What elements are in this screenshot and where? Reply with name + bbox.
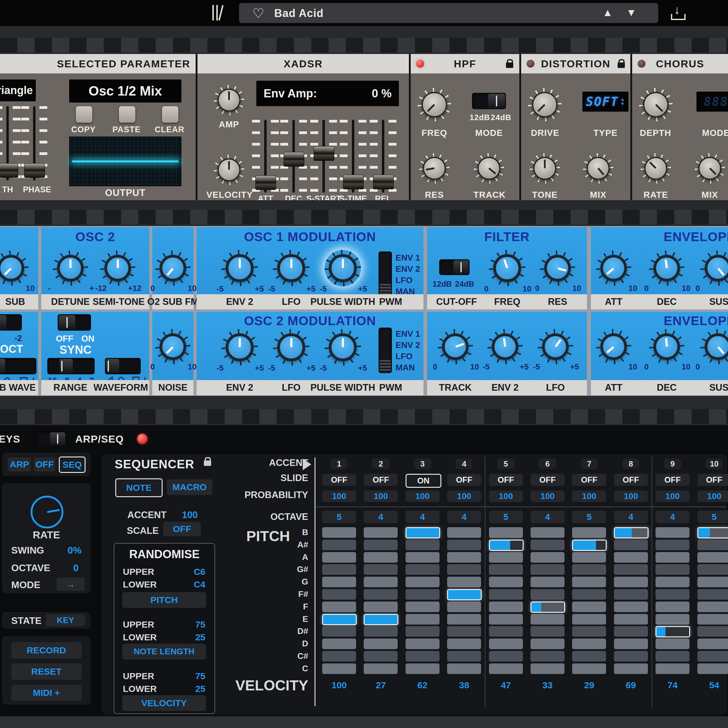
slide-toggle[interactable]: OFF [614, 474, 648, 486]
pitch-cell-Ds-step-9[interactable] [656, 626, 690, 637]
filter-env2-knob[interactable]: -5 +5 [488, 329, 523, 364]
pitch-cell-Ds-step-4[interactable] [447, 626, 481, 637]
pitch-cell-F-step-7[interactable] [572, 601, 606, 612]
pitch-cell-C-step-3[interactable] [405, 664, 439, 674]
pitch-cell-F-step-4[interactable] [447, 601, 481, 612]
velocity-value[interactable]: 100 [320, 680, 359, 690]
pitch-cell-B-step-2[interactable] [364, 527, 398, 538]
pitch-cell-G-step-10[interactable] [697, 577, 728, 587]
pitch-cell-E-step-3[interactable] [405, 614, 439, 624]
preset-browser-field[interactable]: ♡ Bad Acid ▲ ▼ [239, 3, 658, 23]
probability-value[interactable]: 100 [572, 491, 606, 502]
octave-value[interactable]: 5 [322, 511, 356, 523]
pitch-cell-Cs-step-3[interactable] [405, 651, 439, 662]
pitch-cell-B-step-6[interactable] [531, 527, 564, 538]
pitch-cell-Cs-step-10[interactable] [697, 651, 728, 662]
distortion-mix-knob[interactable] [583, 153, 613, 184]
pitch-cell-G-step-4[interactable] [447, 577, 481, 587]
pitch-cell-As-step-3[interactable] [405, 540, 439, 550]
pitch-cell-Fs-step-7[interactable] [572, 589, 606, 600]
filter-cutoff-mode-switch[interactable] [439, 259, 470, 275]
probability-value[interactable]: 100 [322, 491, 356, 502]
slide-toggle[interactable]: OFF [447, 474, 481, 486]
chorus-mode-lcd[interactable]: 888 2 ▲▼ [696, 92, 728, 112]
pitch-cell-A-step-9[interactable] [656, 552, 690, 563]
pitch-cell-F-step-3[interactable] [405, 601, 439, 612]
octave-value[interactable]: 5 [697, 511, 728, 523]
pitch-cell-C-step-5[interactable] [489, 664, 523, 674]
sync-switch[interactable] [58, 314, 91, 330]
osc1-sub-knob[interactable]: 10 [0, 251, 29, 286]
pitch-cell-G-step-9[interactable] [656, 577, 690, 587]
pitch-cell-Ds-step-6[interactable] [531, 626, 564, 637]
slide-toggle[interactable]: OFF [364, 474, 398, 486]
octave-value[interactable]: 5 [489, 511, 523, 523]
pitch-cell-A-step-4[interactable] [447, 552, 481, 563]
xadsr-slider-att[interactable] [252, 120, 279, 193]
pitch-cell-As-step-4[interactable] [447, 540, 481, 550]
pitch-cell-Fs-step-9[interactable] [656, 589, 690, 600]
xadsr-slider-s-start[interactable] [310, 120, 337, 193]
pitch-cell-A-step-5[interactable] [489, 552, 523, 563]
pitch-cell-Cs-step-4[interactable] [447, 651, 481, 662]
pitch-cell-Fs-step-2[interactable] [364, 589, 398, 600]
osc2-semitone-knob[interactable]: -12 +12 [100, 251, 135, 286]
pitch-cell-F-step-1[interactable] [322, 601, 356, 612]
pitch-cell-F-step-9[interactable] [656, 601, 690, 612]
oct-switch[interactable] [0, 314, 22, 330]
chorus-mix-knob[interactable] [694, 153, 725, 184]
pitch-cell-F-step-10[interactable] [697, 601, 728, 612]
env1-dec-knob[interactable]: 0 10 [649, 251, 684, 286]
pitch-cell-E-step-2[interactable] [364, 614, 398, 625]
pitch-cell-D-step-8[interactable] [614, 639, 648, 649]
chorus-depth-knob[interactable] [639, 88, 673, 121]
velocity-value[interactable]: 69 [611, 680, 651, 690]
slide-toggle[interactable]: ON [405, 474, 441, 488]
probability-value[interactable]: 100 [656, 491, 690, 502]
pitch-cell-As-step-9[interactable] [656, 540, 690, 550]
keys-arpseq-switch[interactable] [36, 431, 66, 447]
pitch-cell-As-step-1[interactable] [322, 540, 356, 550]
probability-value[interactable]: 100 [614, 491, 648, 502]
pitch-cell-As-step-7[interactable] [572, 540, 607, 551]
pitch-cell-E-step-8[interactable] [614, 614, 648, 624]
pitch-cell-Cs-step-7[interactable] [572, 651, 606, 662]
osc1-mod-env2-knob[interactable]: -5 +5 [222, 250, 258, 286]
slide-toggle[interactable]: OFF [322, 474, 356, 486]
osc2-pwm-slider[interactable] [379, 327, 392, 373]
library-icon[interactable] [213, 5, 224, 22]
download-icon[interactable]: ↓ [671, 5, 685, 20]
pitch-cell-C-step-10[interactable] [697, 664, 728, 674]
sub-wave-slider[interactable] [0, 358, 37, 374]
pitch-cell-Ds-step-10[interactable] [697, 626, 728, 637]
osc2-mod-env2-knob[interactable]: -5 +5 [222, 329, 258, 366]
filter-freq-knob[interactable]: 0 10 [489, 250, 525, 286]
pitch-cell-G-step-5[interactable] [489, 577, 523, 587]
slide-toggle[interactable]: OFF [697, 474, 728, 486]
pitch-cell-D-step-2[interactable] [364, 639, 398, 649]
velocity-value[interactable]: 54 [694, 680, 728, 690]
distortion-drive-knob[interactable] [528, 88, 561, 121]
velocity-value[interactable]: 33 [528, 680, 567, 690]
pitch-cell-E-step-9[interactable] [656, 614, 690, 624]
pitch-cell-Ds-step-1[interactable] [322, 626, 356, 637]
hpf-track-knob[interactable] [474, 153, 504, 184]
pitch-cell-E-step-10[interactable] [697, 614, 728, 624]
octave-value[interactable]: 4 [405, 511, 439, 523]
noise-knob[interactable]: 0 10 [155, 329, 191, 364]
pitch-cell-F-step-5[interactable] [489, 601, 523, 612]
pitch-cell-E-step-5[interactable] [489, 614, 523, 624]
velocity-value[interactable]: 74 [653, 680, 692, 690]
pitch-cell-F-step-8[interactable] [614, 601, 648, 612]
pitch-cell-A-step-7[interactable] [572, 552, 606, 563]
pitch-cell-G-step-7[interactable] [572, 577, 606, 587]
pitch-cell-B-step-5[interactable] [489, 527, 523, 538]
pitch-cell-As-step-10[interactable] [697, 540, 728, 550]
env2-att-knob[interactable]: 10 [596, 329, 631, 364]
pitch-cell-B-step-1[interactable] [322, 527, 356, 538]
env2-dec-knob[interactable]: 0 10 [649, 329, 684, 364]
pitch-cell-C-step-9[interactable] [656, 664, 690, 674]
pitch-cell-F-step-2[interactable] [364, 601, 398, 612]
pitch-cell-B-step-8[interactable] [614, 527, 648, 538]
pitch-cell-C-step-2[interactable] [364, 664, 398, 674]
